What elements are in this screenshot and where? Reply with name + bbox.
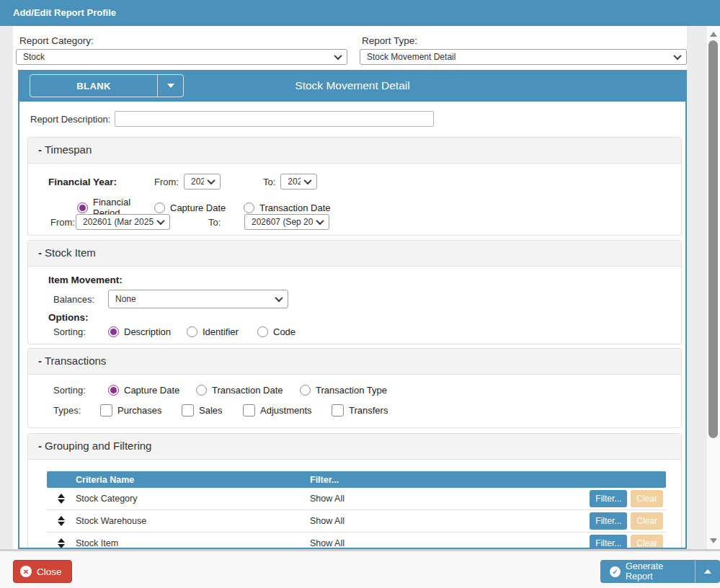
generate-report-dropdown-toggle[interactable] bbox=[695, 560, 720, 583]
period-from-select[interactable]: 202601 (Mar 2025) bbox=[76, 214, 170, 230]
checkbox-icon bbox=[243, 404, 255, 416]
clear-button[interactable]: Clear bbox=[631, 490, 663, 507]
period-to-select[interactable]: 202607 (Sep 2025) bbox=[244, 214, 329, 230]
radio-label: Transaction Date bbox=[212, 385, 283, 396]
checkbox-icon bbox=[182, 404, 194, 416]
reorder-handle-icon[interactable] bbox=[58, 516, 65, 526]
checkbox-label: Sales bbox=[199, 405, 223, 416]
checkbox-adjustments[interactable]: Adjustments bbox=[243, 404, 332, 416]
clear-button[interactable]: Clear bbox=[631, 535, 663, 549]
table-row: Stock Warehouse Show All Filter... Clear bbox=[47, 510, 666, 533]
profile-dropdown-toggle[interactable] bbox=[157, 75, 183, 97]
radio-label: Transaction Date bbox=[259, 202, 331, 213]
generate-report-main[interactable]: ✓ Generate Report bbox=[600, 560, 695, 583]
trans-sorting-label: Sorting: bbox=[53, 385, 108, 396]
collapse-icon: - bbox=[38, 440, 42, 452]
section-grouping-body: Criteria Name Filter... Stock Category S… bbox=[28, 460, 681, 549]
scroll-down-arrow-icon[interactable] bbox=[710, 538, 717, 543]
period-from-label: From: bbox=[50, 217, 76, 228]
close-icon: ✕ bbox=[20, 566, 32, 577]
check-icon: ✓ bbox=[610, 566, 621, 577]
section-transactions-header[interactable]: -Transactions bbox=[28, 349, 681, 375]
section-stock-item-body: Item Movement: Balances: None Options: S… bbox=[28, 267, 681, 344]
report-description-input[interactable] bbox=[115, 111, 434, 127]
radio-label: Capture Date bbox=[124, 385, 179, 396]
radio-label: Code bbox=[273, 326, 295, 337]
scroll-up-arrow-icon[interactable] bbox=[710, 32, 717, 37]
period-to-value: 202607 (Sep 2025) bbox=[252, 217, 313, 227]
period-to-label: To: bbox=[208, 217, 244, 228]
report-description-label: Report Description: bbox=[30, 114, 110, 125]
report-type-label: Report Type: bbox=[362, 35, 417, 46]
section-grouping: -Grouping and Filtering Criteria Name Fi… bbox=[27, 433, 682, 549]
criteria-name: Stock Category bbox=[76, 494, 310, 504]
table-row: Stock Category Show All Filter... Clear bbox=[47, 488, 666, 510]
radio-transaction-date[interactable]: Transaction Date bbox=[244, 202, 331, 213]
column-filter: Filter... bbox=[310, 475, 666, 485]
radio-icon bbox=[108, 326, 119, 337]
fy-from-label: From: bbox=[154, 177, 179, 187]
types-label: Types: bbox=[53, 405, 100, 416]
profile-select-button[interactable]: BLANK bbox=[30, 74, 184, 97]
generate-report-label: Generate Report bbox=[626, 561, 685, 582]
generate-report-button[interactable]: ✓ Generate Report bbox=[600, 560, 720, 583]
period-from-value: 202601 (Mar 2025) bbox=[83, 217, 154, 227]
balances-select[interactable]: None bbox=[108, 290, 288, 308]
radio-sort-identifier[interactable]: Identifier bbox=[187, 326, 257, 337]
radio-sort-description[interactable]: Description bbox=[108, 326, 187, 337]
checkbox-purchases[interactable]: Purchases bbox=[100, 404, 182, 416]
section-stock-item-header[interactable]: -Stock Item bbox=[28, 241, 681, 267]
report-type-value: Stock Movement Detail bbox=[367, 52, 455, 62]
chevron-up-icon bbox=[704, 569, 711, 574]
item-movement-label: Item Movement: bbox=[48, 275, 123, 285]
radio-sort-transaction-date[interactable]: Transaction Date bbox=[196, 385, 300, 396]
radio-icon bbox=[154, 202, 165, 213]
reorder-handle-icon[interactable] bbox=[58, 538, 65, 548]
balances-label: Balances: bbox=[53, 294, 108, 305]
balances-value: None bbox=[115, 294, 136, 304]
checkbox-label: Purchases bbox=[117, 405, 161, 416]
section-timespan: -Timespan Financial Year: From: 2026 To:… bbox=[27, 137, 682, 236]
criteria-name: Stock Item bbox=[76, 538, 310, 548]
section-transactions-title: Transactions bbox=[45, 355, 106, 367]
report-category-select[interactable]: Stock bbox=[16, 49, 347, 65]
criteria-table-header: Criteria Name Filter... bbox=[47, 471, 666, 488]
column-criteria-name: Criteria Name bbox=[76, 475, 310, 485]
table-row: Stock Item Show All Filter... Clear bbox=[47, 533, 666, 549]
section-timespan-header[interactable]: -Timespan bbox=[28, 138, 681, 164]
collapse-icon: - bbox=[38, 143, 42, 156]
checkbox-transfers[interactable]: Transfers bbox=[332, 404, 388, 416]
section-grouping-title: Grouping and Filtering bbox=[45, 440, 151, 452]
criteria-name: Stock Warehouse bbox=[76, 516, 310, 526]
collapse-icon: - bbox=[38, 355, 42, 367]
checkbox-sales[interactable]: Sales bbox=[182, 404, 243, 416]
reorder-handle-icon[interactable] bbox=[58, 494, 65, 504]
collapse-icon: - bbox=[38, 246, 42, 259]
radio-sort-transaction-type[interactable]: Transaction Type bbox=[300, 385, 387, 396]
filter-button[interactable]: Filter... bbox=[590, 535, 627, 549]
fy-to-value: 2026 bbox=[288, 177, 301, 187]
scroll-viewport: Report Category: Stock Report Type: Stoc… bbox=[13, 26, 687, 549]
radio-capture-date[interactable]: Capture Date bbox=[154, 202, 244, 213]
scrollbar-thumb[interactable] bbox=[708, 40, 718, 438]
filter-value: Show All bbox=[310, 516, 345, 526]
section-stock-item: -Stock Item Item Movement: Balances: Non… bbox=[27, 240, 682, 344]
filter-value: Show All bbox=[310, 494, 345, 504]
radio-sort-capture-date[interactable]: Capture Date bbox=[108, 385, 196, 396]
filter-button[interactable]: Filter... bbox=[590, 490, 627, 507]
financial-year-label: Financial Year: bbox=[48, 177, 154, 187]
filter-button[interactable]: Filter... bbox=[590, 512, 627, 530]
panel-header: Stock Movement Detail BLANK bbox=[19, 70, 685, 102]
report-type-select[interactable]: Stock Movement Detail bbox=[360, 49, 687, 65]
radio-sort-code[interactable]: Code bbox=[257, 326, 295, 337]
footer-bar: ✕ Close ✓ Generate Report bbox=[0, 549, 720, 588]
section-grouping-header[interactable]: -Grouping and Filtering bbox=[28, 434, 681, 460]
profile-name[interactable]: BLANK bbox=[30, 75, 157, 97]
fy-from-select[interactable]: 2026 bbox=[184, 174, 221, 190]
vertical-scrollbar[interactable] bbox=[707, 26, 720, 549]
clear-button[interactable]: Clear bbox=[631, 512, 663, 530]
fy-to-select[interactable]: 2026 bbox=[280, 174, 317, 190]
close-button[interactable]: ✕ Close bbox=[13, 560, 72, 583]
report-profile-panel: Stock Movement Detail BLANK Report Descr… bbox=[18, 70, 687, 549]
radio-icon bbox=[196, 385, 207, 396]
